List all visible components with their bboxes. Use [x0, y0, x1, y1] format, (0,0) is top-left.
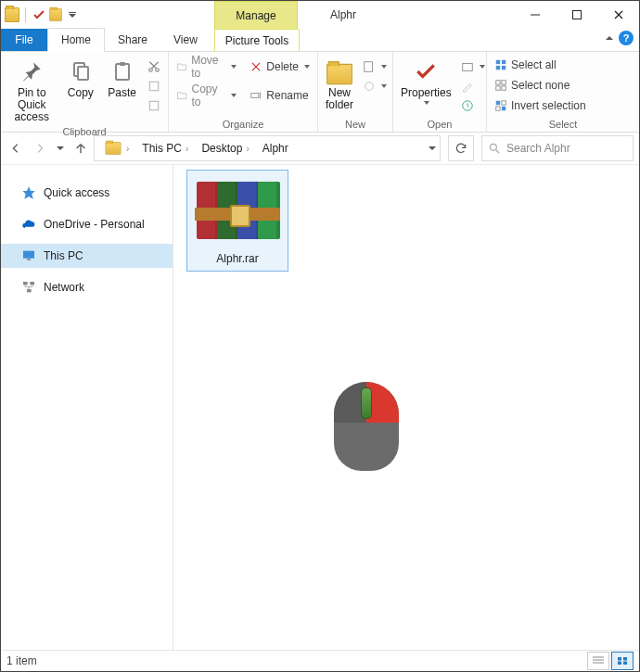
- svg-rect-45: [618, 657, 621, 661]
- svg-rect-12: [149, 82, 158, 90]
- svg-rect-26: [496, 81, 500, 84]
- svg-rect-16: [251, 94, 259, 98]
- file-item-alphr-rar[interactable]: Alphr.rar: [186, 170, 288, 272]
- navigation-pane: Quick access OneDrive - Personal This PC…: [1, 164, 173, 651]
- svg-rect-28: [496, 86, 500, 90]
- breadcrumb-thispc[interactable]: This PC›: [136, 136, 196, 160]
- close-button[interactable]: [597, 1, 639, 29]
- edit-icon: [461, 80, 474, 93]
- new-folder-button[interactable]: New folder: [324, 56, 355, 113]
- collapse-ribbon-button[interactable]: [606, 36, 613, 40]
- window-title: Alphr: [330, 1, 356, 29]
- recent-locations-button[interactable]: [55, 139, 66, 158]
- status-item-count: 1 item: [6, 654, 37, 667]
- nav-onedrive[interactable]: OneDrive - Personal: [1, 212, 173, 236]
- rename-button[interactable]: Rename: [248, 86, 312, 105]
- svg-rect-41: [27, 289, 32, 292]
- properties-button[interactable]: Properties: [399, 56, 454, 107]
- rar-archive-icon: [195, 174, 280, 248]
- selectnone-icon: [494, 79, 507, 92]
- picture-tools-tab[interactable]: Picture Tools: [214, 29, 300, 52]
- address-history-button[interactable]: [429, 146, 436, 150]
- pin-to-quick-access-button[interactable]: Pin to Quick access: [6, 56, 57, 126]
- home-tab[interactable]: Home: [47, 28, 105, 52]
- titlebar: Manage Alphr: [1, 1, 639, 29]
- move-to-button[interactable]: Move to: [174, 57, 238, 76]
- group-label-organize: Organize: [169, 119, 317, 132]
- qat-properties-icon[interactable]: [32, 7, 46, 22]
- ribbon: Pin to Quick access Copy Paste Clipboard: [1, 52, 639, 133]
- copyto-icon: [176, 89, 187, 102]
- search-input[interactable]: Search Alphr: [481, 135, 634, 161]
- minimize-button[interactable]: [514, 1, 556, 29]
- share-tab[interactable]: Share: [105, 29, 160, 51]
- edit-button[interactable]: [459, 77, 487, 95]
- svg-rect-6: [116, 64, 129, 80]
- open-icon: [461, 60, 474, 73]
- shortcut-icon: [147, 99, 160, 112]
- content-area[interactable]: Alphr.rar: [173, 164, 639, 651]
- maximize-button[interactable]: [556, 1, 597, 29]
- paste-shortcut-button[interactable]: [146, 96, 162, 115]
- select-all-button[interactable]: Select all: [493, 56, 558, 74]
- nav-this-pc[interactable]: This PC: [1, 244, 173, 268]
- open-button[interactable]: [459, 57, 487, 76]
- svg-rect-25: [502, 66, 506, 70]
- invert-selection-button[interactable]: Invert selection: [493, 96, 588, 115]
- svg-point-8: [149, 69, 153, 72]
- app-folder-icon[interactable]: [5, 7, 19, 22]
- delete-button[interactable]: Delete: [248, 57, 312, 76]
- svg-rect-13: [149, 101, 158, 109]
- svg-rect-18: [365, 62, 373, 72]
- paste-button[interactable]: Paste: [104, 56, 140, 101]
- breadcrumb-alphr[interactable]: Alphr: [257, 136, 294, 160]
- nav-network[interactable]: Network: [1, 275, 173, 299]
- view-tab[interactable]: View: [160, 29, 211, 51]
- svg-rect-27: [502, 81, 506, 84]
- svg-rect-39: [23, 282, 28, 285]
- select-none-button[interactable]: Select none: [493, 76, 571, 95]
- svg-rect-20: [462, 64, 472, 71]
- scissors-icon: [147, 60, 160, 73]
- help-button[interactable]: ?: [619, 31, 634, 45]
- address-bar[interactable]: › This PC› Desktop› Alphr: [94, 135, 441, 161]
- new-item-button[interactable]: [361, 57, 389, 76]
- qat-new-folder-icon[interactable]: [48, 7, 63, 22]
- up-button[interactable]: [71, 139, 90, 158]
- breadcrumb-desktop[interactable]: Desktop›: [196, 136, 256, 160]
- back-button[interactable]: [6, 139, 25, 158]
- qat-customize-dropdown[interactable]: [65, 7, 80, 22]
- cut-button[interactable]: [146, 57, 162, 76]
- quick-access-toolbar: [1, 7, 80, 22]
- contextual-tab-group: Manage: [214, 1, 298, 29]
- contextual-tab-group-label: Manage: [236, 9, 275, 22]
- easy-access-button[interactable]: [361, 77, 389, 95]
- monitor-icon: [21, 248, 36, 263]
- large-icons-view-button[interactable]: [611, 652, 634, 670]
- history-button[interactable]: [459, 96, 487, 115]
- details-view-button[interactable]: [587, 652, 609, 670]
- nav-quick-access[interactable]: Quick access: [1, 181, 173, 205]
- navigation-bar: › This PC› Desktop› Alphr Search Alphr: [1, 133, 639, 165]
- status-bar: 1 item: [1, 650, 639, 671]
- properties-icon: [412, 57, 440, 85]
- copy-button[interactable]: Copy: [62, 56, 98, 101]
- history-icon: [461, 99, 474, 112]
- svg-rect-47: [618, 662, 621, 666]
- copy-to-button[interactable]: Copy to: [174, 86, 238, 105]
- group-label-select: Select: [487, 119, 639, 132]
- forward-button[interactable]: [31, 139, 49, 158]
- copy-path-button[interactable]: [146, 77, 162, 95]
- ribbon-tabstrip: File Home Share View Picture Tools ?: [1, 29, 639, 52]
- file-tab[interactable]: File: [1, 29, 47, 51]
- svg-rect-46: [623, 657, 627, 661]
- easyaccess-icon: [363, 80, 376, 93]
- refresh-button[interactable]: [448, 135, 474, 161]
- cloud-icon: [21, 217, 36, 232]
- svg-rect-29: [502, 86, 506, 90]
- breadcrumb-root-icon[interactable]: ›: [98, 136, 136, 160]
- selectall-icon: [494, 58, 507, 71]
- search-placeholder: Search Alphr: [506, 142, 570, 155]
- mouse-cursor-overlay: [334, 382, 399, 471]
- group-label-new: New: [318, 119, 392, 132]
